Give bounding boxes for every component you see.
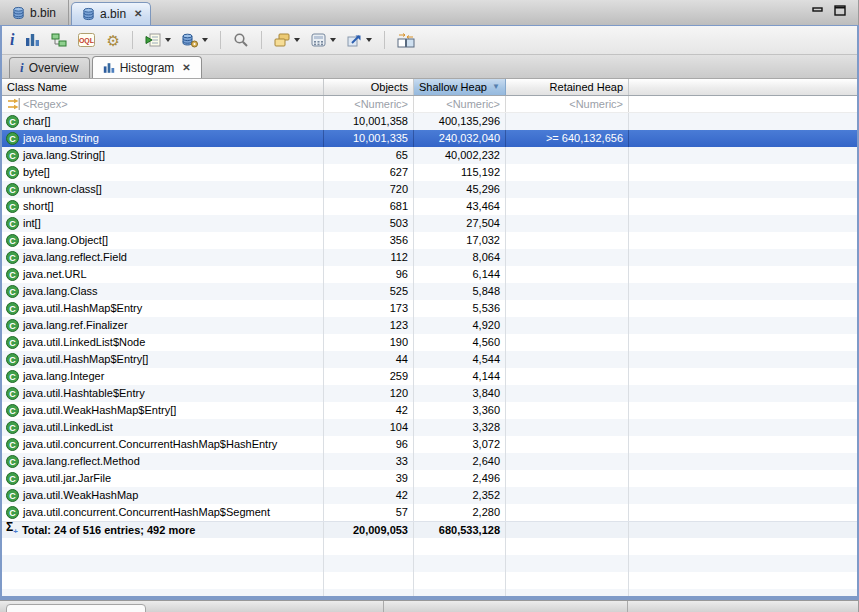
table-row[interactable]: Cunknown-class[]72045,296 bbox=[2, 181, 857, 198]
histogram-icon[interactable] bbox=[23, 29, 42, 51]
search-icon[interactable] bbox=[231, 29, 251, 51]
class-name-cell: Cjava.util.HashMap$Entry bbox=[2, 300, 324, 317]
retained-heap-cell bbox=[506, 368, 629, 385]
table-row[interactable]: Cjava.util.jar.JarFile392,496 bbox=[2, 470, 857, 487]
table-row[interactable]: Cjava.util.concurrent.ConcurrentHashMap$… bbox=[2, 504, 857, 521]
table-row[interactable]: Cjava.lang.Class5255,848 bbox=[2, 283, 857, 300]
class-icon: C bbox=[6, 319, 19, 332]
dominator-tree-icon[interactable] bbox=[49, 29, 69, 51]
table-row[interactable]: Cjava.util.WeakHashMap422,352 bbox=[2, 487, 857, 504]
class-name-cell: Cjava.lang.String[] bbox=[2, 147, 324, 164]
expert-system-icon[interactable]: ⚙ bbox=[104, 29, 121, 51]
run-report-icon[interactable] bbox=[143, 29, 173, 51]
objects-cell: 10,001,358 bbox=[324, 113, 414, 130]
close-icon[interactable]: ✕ bbox=[134, 9, 142, 19]
class-icon: C bbox=[6, 421, 19, 434]
shallow-heap-cell: 240,032,040 bbox=[414, 130, 506, 147]
regex-filter-input[interactable]: <Regex> bbox=[2, 96, 324, 112]
close-icon[interactable]: ✕ bbox=[182, 63, 190, 73]
objects-cell: 42 bbox=[324, 487, 414, 504]
tab-histogram[interactable]: Histogram ✕ bbox=[92, 56, 202, 78]
class-name-cell: Cunknown-class[] bbox=[2, 181, 324, 198]
oql-icon[interactable]: OQL bbox=[76, 29, 97, 51]
shallow-heap-cell: 115,192 bbox=[414, 164, 506, 181]
minimize-icon[interactable] bbox=[812, 6, 824, 16]
heap-dump-icon[interactable] bbox=[180, 29, 210, 51]
class-name-cell: Cjava.util.WeakHashMap bbox=[2, 487, 324, 504]
objects-cell: 356 bbox=[324, 232, 414, 249]
table-row[interactable]: Cchar[]10,001,358400,135,296 bbox=[2, 113, 857, 130]
table-row[interactable]: Cjava.util.WeakHashMap$Entry[]423,360 bbox=[2, 402, 857, 419]
page-tab-label: Overview bbox=[29, 61, 79, 75]
table-row[interactable]: Cjava.lang.reflect.Method332,640 bbox=[2, 453, 857, 470]
shallow-heap-cell: 6,144 bbox=[414, 266, 506, 283]
class-icon: C bbox=[6, 472, 19, 485]
dropdown-arrow-icon[interactable] bbox=[366, 38, 372, 42]
export-icon[interactable] bbox=[345, 29, 374, 51]
dropdown-arrow-icon[interactable] bbox=[165, 38, 171, 42]
table-row[interactable]: Cjava.util.LinkedList$Node1904,560 bbox=[2, 334, 857, 351]
empty-row bbox=[2, 538, 857, 555]
retained-heap-cell bbox=[506, 385, 629, 402]
table-row[interactable]: Cjava.lang.String10,001,335240,032,040>=… bbox=[2, 130, 857, 147]
table-row[interactable]: Cjava.lang.ref.Finalizer1234,920 bbox=[2, 317, 857, 334]
table-row[interactable]: Cjava.util.HashMap$Entry[]444,544 bbox=[2, 351, 857, 368]
table-row[interactable]: Cjava.util.concurrent.ConcurrentHashMap$… bbox=[2, 436, 857, 453]
class-name-cell: Cjava.util.LinkedList$Node bbox=[2, 334, 324, 351]
shallow-heap-cell: 43,464 bbox=[414, 198, 506, 215]
objects-cell: 44 bbox=[324, 351, 414, 368]
total-row[interactable]: Σ+ Total: 24 of 516 entries; 492 more 20… bbox=[2, 521, 857, 538]
class-icon: C bbox=[6, 438, 19, 451]
table-row[interactable]: Cjava.util.HashMap$Entry1735,536 bbox=[2, 300, 857, 317]
class-icon: C bbox=[6, 455, 19, 468]
class-name-cell: Cint[] bbox=[2, 215, 324, 232]
objects-cell: 123 bbox=[324, 317, 414, 334]
objects-cell: 681 bbox=[324, 198, 414, 215]
dropdown-arrow-icon[interactable] bbox=[330, 38, 336, 42]
shallow-heap-filter-input[interactable]: <Numeric> bbox=[414, 96, 506, 112]
group-by-icon[interactable] bbox=[272, 29, 302, 51]
tab-overview[interactable]: i Overview bbox=[9, 57, 90, 78]
class-name-cell: Cshort[] bbox=[2, 198, 324, 215]
shallow-heap-cell: 45,296 bbox=[414, 181, 506, 198]
table-row[interactable]: Cjava.lang.Object[]35617,032 bbox=[2, 232, 857, 249]
editor-tab-label: b.bin bbox=[30, 6, 56, 20]
objects-cell: 173 bbox=[324, 300, 414, 317]
editor-tab-a-bin[interactable]: a.bin ✕ bbox=[71, 2, 151, 25]
table-row[interactable]: Cint[]50327,504 bbox=[2, 215, 857, 232]
column-header-shallow-heap[interactable]: Shallow Heap ▼ bbox=[414, 79, 506, 95]
retained-heap-cell bbox=[506, 181, 629, 198]
table-row[interactable]: Cshort[]68143,464 bbox=[2, 198, 857, 215]
table-row[interactable]: Cjava.lang.String[]6540,002,232 bbox=[2, 147, 857, 164]
calculator-icon[interactable] bbox=[309, 29, 338, 51]
table-row[interactable]: Cjava.util.LinkedList1043,328 bbox=[2, 419, 857, 436]
table-row[interactable]: Cjava.lang.reflect.Field1128,064 bbox=[2, 249, 857, 266]
objects-cell: 190 bbox=[324, 334, 414, 351]
column-header-class-name[interactable]: Class Name bbox=[2, 79, 324, 95]
class-name-cell: Cjava.lang.reflect.Method bbox=[2, 453, 324, 470]
dropdown-arrow-icon[interactable] bbox=[294, 38, 300, 42]
compare-icon[interactable] bbox=[395, 29, 417, 51]
objects-cell: 720 bbox=[324, 181, 414, 198]
shallow-heap-cell: 400,135,296 bbox=[414, 113, 506, 130]
class-icon: C bbox=[6, 506, 19, 519]
page-tab-label: Histogram bbox=[120, 61, 175, 75]
info-icon[interactable]: i bbox=[8, 29, 16, 51]
retained-heap-cell bbox=[506, 334, 629, 351]
maximize-icon[interactable] bbox=[834, 5, 846, 16]
shallow-heap-cell: 5,848 bbox=[414, 283, 506, 300]
table-row[interactable]: Cbyte[]627115,192 bbox=[2, 164, 857, 181]
table-row[interactable]: Cjava.net.URL966,144 bbox=[2, 266, 857, 283]
objects-filter-input[interactable]: <Numeric> bbox=[324, 96, 414, 112]
objects-cell: 96 bbox=[324, 436, 414, 453]
objects-cell: 33 bbox=[324, 453, 414, 470]
retained-heap-filter-input[interactable]: <Numeric> bbox=[506, 96, 629, 112]
class-icon: C bbox=[6, 370, 19, 383]
table-row[interactable]: Cjava.util.Hashtable$Entry1203,840 bbox=[2, 385, 857, 402]
editor-tab-b-bin[interactable]: b.bin bbox=[0, 0, 69, 25]
table-row[interactable]: Cjava.lang.Integer2594,144 bbox=[2, 368, 857, 385]
column-header-retained-heap[interactable]: Retained Heap bbox=[506, 79, 629, 95]
column-header-objects[interactable]: Objects bbox=[324, 79, 414, 95]
heap-database-icon bbox=[12, 6, 25, 20]
dropdown-arrow-icon[interactable] bbox=[202, 38, 208, 42]
